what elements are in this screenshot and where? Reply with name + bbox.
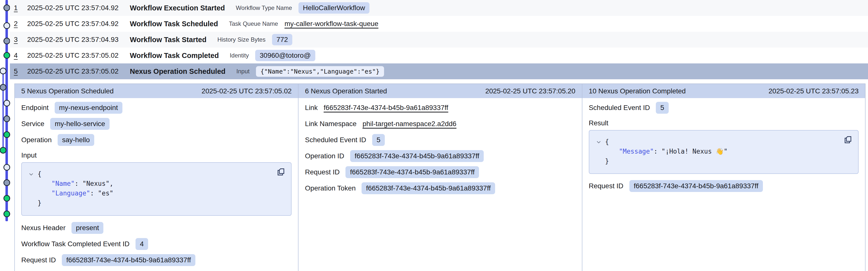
detail-field-label: Result — [589, 119, 608, 127]
event-attribute-label: Task Queue Name — [229, 20, 278, 27]
detail-field-row: Scheduled Event ID5 — [305, 132, 575, 148]
event-attribute-label: Input — [237, 68, 250, 75]
detail-field-label: Service — [21, 120, 44, 128]
event-row[interactable]: 32025-02-25 UTC 23:57:04.93Workflow Task… — [10, 32, 868, 48]
json-value: { — [38, 169, 41, 179]
detail-field-label: Endpoint — [21, 104, 49, 112]
detail-field-value-badge: f665283f-743e-4374-b45b-9a61a89337ff — [629, 180, 763, 192]
detail-field-row: Scheduled Event ID5 — [589, 100, 859, 116]
collapse-toggle[interactable] — [596, 137, 605, 145]
event-timestamp: 2025-02-25 UTC 23:57:04.92 — [27, 20, 122, 28]
json-key: "Message" — [619, 147, 654, 156]
detail-field-label: Link — [305, 104, 317, 112]
json-code-line: { — [28, 169, 285, 179]
timeline-event-dot-light — [3, 22, 10, 29]
detail-field-value-badge: my-hello-service — [50, 118, 110, 130]
json-key: "Language" — [52, 189, 90, 198]
json-code-line: } — [28, 198, 285, 208]
detail-field-row: Linkf665283f-743e-4374-b45b-9a61a89337ff — [305, 100, 575, 116]
detail-field-row: Request IDf665283f-743e-4374-b45b-9a61a8… — [21, 252, 291, 268]
detail-field-label: Request ID — [589, 182, 623, 190]
detail-field-row: Link Namespacephil-target-namespace2.a2d… — [305, 116, 575, 132]
event-row[interactable]: 52025-02-25 UTC 23:57:05.02Nexus Operati… — [10, 63, 868, 79]
timeline-branch-line — [2, 71, 4, 151]
collapse-toggle[interactable] — [28, 169, 38, 178]
detail-panel-body: Linkf665283f-743e-4374-b45b-9a61a89337ff… — [299, 98, 582, 196]
detail-field-value-link[interactable]: f665283f-743e-4374-b45b-9a61a89337ff — [324, 104, 448, 112]
event-name: Workflow Execution Started — [130, 4, 225, 12]
event-row[interactable]: 12025-02-25 UTC 23:57:04.92Workflow Exec… — [10, 0, 868, 16]
detail-field-value-badge: f665283f-743e-4374-b45b-9a61a89337ff — [350, 150, 484, 162]
detail-field-value-badge: present — [71, 222, 103, 234]
timeline-event-dot-green — [3, 211, 10, 217]
detail-field-value-badge: 4 — [135, 238, 148, 250]
timeline-event-dot-gray — [3, 179, 10, 186]
json-value: { — [605, 137, 609, 147]
copy-button[interactable] — [276, 167, 286, 178]
json-code-line: "Language": "es" — [28, 189, 285, 198]
detail-field-row: Input — [21, 148, 291, 160]
detail-field-value-badge: f665283f-743e-4374-b45b-9a61a89337ff — [345, 166, 479, 178]
timeline-event-dot-gray — [3, 115, 10, 122]
detail-field-row: Operation Tokenf665283f-743e-4374-b45b-9… — [305, 180, 575, 196]
event-id-link[interactable]: 4 — [14, 52, 27, 59]
detail-field-value-link[interactable]: phil-target-namespace2.a2dd6 — [363, 120, 457, 128]
event-id-link[interactable]: 1 — [14, 4, 27, 12]
event-attribute-value-badge: 30960@totoro@ — [255, 50, 315, 61]
event-timestamp: 2025-02-25 UTC 23:57:05.02 — [27, 52, 122, 59]
timeline-event-dot-green — [0, 147, 6, 154]
json-value: } — [605, 156, 609, 166]
json-code-line: "Name": "Nexus", — [28, 179, 285, 189]
event-timestamp: 2025-02-25 UTC 23:57:04.93 — [27, 36, 122, 44]
event-detail-panels: 5 Nexus Operation Scheduled2025-02-25 UT… — [14, 83, 866, 271]
detail-panel-header: 10 Nexus Operation Completed2025-02-25 U… — [582, 84, 865, 98]
json-code-line: "Message": "¡Hola! Nexus 👋" — [596, 147, 852, 156]
detail-field-label: Workflow Task Completed Event ID — [21, 240, 130, 248]
detail-field-value-badge: f665283f-743e-4374-b45b-9a61a89337ff — [362, 182, 495, 194]
detail-field-label: Request ID — [21, 256, 56, 264]
detail-field-row: Operation IDf665283f-743e-4374-b45b-9a61… — [305, 148, 575, 164]
detail-field-value-badge: say-hello — [58, 134, 94, 146]
event-row[interactable]: 42025-02-25 UTC 23:57:05.02Workflow Task… — [10, 48, 868, 63]
event-attribute-label: Identity — [230, 52, 249, 59]
event-detail-panel: 10 Nexus Operation Completed2025-02-25 U… — [582, 84, 866, 271]
chevron-down-icon[interactable] — [28, 171, 34, 178]
event-id-link[interactable]: 3 — [14, 36, 27, 44]
timeline-event-dot-light — [3, 164, 10, 171]
detail-field-label: Nexus Header — [21, 224, 65, 232]
event-id-link[interactable]: 5 — [14, 67, 27, 75]
timeline-event-dot-gray — [0, 84, 6, 91]
detail-field-label: Operation Token — [305, 184, 355, 192]
detail-field-row: Servicemy-hello-service — [21, 116, 291, 132]
detail-field-label: Scheduled Event ID — [305, 136, 366, 144]
detail-panel-timestamp: 2025-02-25 UTC 23:57:05.23 — [769, 87, 859, 95]
detail-panel-title: 10 Nexus Operation Completed — [589, 87, 686, 95]
event-attribute-label: History Size Bytes — [217, 36, 266, 43]
event-timestamp: 2025-02-25 UTC 23:57:05.02 — [27, 67, 122, 75]
json-value: : "Nexus", — [75, 179, 114, 189]
chevron-down-icon[interactable] — [596, 139, 602, 145]
detail-panel-timestamp: 2025-02-25 UTC 23:57:05.20 — [485, 87, 575, 95]
detail-panel-body: Scheduled Event ID5Result{"Message": "¡H… — [582, 98, 865, 194]
detail-panel-timestamp: 2025-02-25 UTC 23:57:05.02 — [202, 87, 291, 95]
copy-icon — [276, 167, 286, 177]
detail-field-label: Link Namespace — [305, 120, 356, 128]
detail-field-row: Request IDf665283f-743e-4374-b45b-9a61a8… — [589, 178, 859, 194]
json-payload-viewer: {"Message": "¡Hola! Nexus 👋"} — [589, 130, 859, 174]
detail-field-value-badge: my-nexus-endpoint — [55, 102, 122, 114]
detail-field-row: Workflow Task Completed Event ID4 — [21, 236, 291, 252]
copy-button[interactable] — [843, 135, 852, 145]
timeline-event-dot-gray — [3, 38, 10, 44]
event-id-link[interactable]: 2 — [14, 20, 27, 28]
detail-panel-header: 5 Nexus Operation Scheduled2025-02-25 UT… — [15, 84, 298, 98]
detail-field-row: Endpointmy-nexus-endpoint — [21, 100, 291, 116]
event-row[interactable]: 22025-02-25 UTC 23:57:04.92Workflow Task… — [10, 16, 868, 32]
detail-field-row: Nexus Headerpresent — [21, 220, 291, 236]
event-timestamp: 2025-02-25 UTC 23:57:04.92 — [27, 4, 122, 12]
detail-field-row: Result — [589, 116, 859, 128]
json-payload-viewer: {"Name": "Nexus","Language": "es"} — [21, 162, 291, 216]
event-attribute-value-link[interactable]: my-caller-workflow-task-queue — [284, 20, 378, 28]
timeline-event-dot-light — [0, 67, 6, 74]
json-code-line: { — [596, 137, 852, 147]
json-code-line: } — [596, 156, 852, 166]
